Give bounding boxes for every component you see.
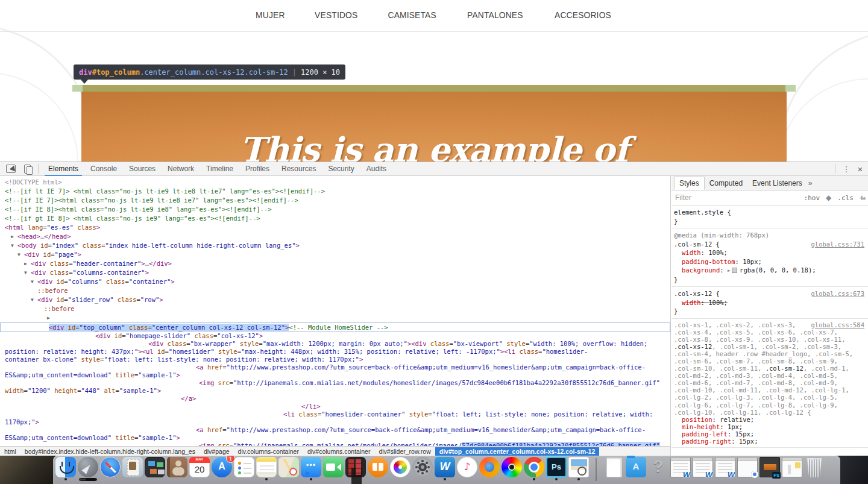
dom-tree-line[interactable]: ES&amp;utm_content=download" title="samp… <box>0 371 671 379</box>
css-property[interactable]: width: 100%; <box>674 298 866 307</box>
dock-firefox-icon[interactable] <box>479 457 500 481</box>
devtools-tab-security[interactable]: Security <box>322 162 360 176</box>
css-property[interactable]: padding-left: 15px; <box>674 430 866 438</box>
dock-maps-icon[interactable] <box>278 457 299 481</box>
breadcrumb-item[interactable]: div#columns.container <box>303 447 374 456</box>
dom-tree-line[interactable]: <html lang="es-es" class> <box>0 223 671 232</box>
devtools-tab-profiles[interactable]: Profiles <box>239 162 275 176</box>
dock-chrome-icon[interactable] <box>524 457 544 481</box>
dock-document-icon[interactable] <box>603 457 624 481</box>
nav-item-pantalones[interactable]: PANTALONES <box>467 10 523 20</box>
dom-tree-line[interactable]: <li class="homeslider-container" style="… <box>0 410 671 418</box>
dom-tree-line[interactable]: ▼<div class="columns-container"> <box>0 268 671 277</box>
dom-tree-line[interactable]: <!--[if IE 8]><html class="no-js lt-ie9 … <box>0 205 671 214</box>
devtools-tab-elements[interactable]: Elements <box>42 162 84 176</box>
dock-chrome-window-icon[interactable] <box>737 457 758 481</box>
color-swatch-icon[interactable] <box>732 268 737 273</box>
devtools-tab-resources[interactable]: Resources <box>275 162 322 176</box>
dom-tree-line[interactable]: width="1200" height="448" alt="sample-1"… <box>0 387 671 395</box>
css-property[interactable]: position: relative; <box>674 416 866 423</box>
dock-mail-icon[interactable] <box>122 457 143 481</box>
dock-app-store-icon[interactable]: A1 <box>212 457 232 481</box>
dom-tree-line[interactable]: ::before <box>0 286 671 295</box>
dock-word-window-icon[interactable]: W <box>693 457 713 481</box>
breadcrumb-item[interactable]: div#top_column.center_column.col-xs-12.c… <box>435 447 600 456</box>
more-tabs-icon[interactable]: » <box>808 179 813 187</box>
css-property[interactable]: min-height: 1px; <box>674 423 866 430</box>
dom-tree-line[interactable]: ▼<div id="columns" class="container"> <box>0 277 671 286</box>
nav-item-vestidos[interactable]: VESTIDOS <box>315 10 357 20</box>
breadcrumb-item[interactable]: div#page <box>200 447 234 456</box>
devtools-tab-timeline[interactable]: Timeline <box>200 162 239 176</box>
breadcrumb-item[interactable]: body#index.index.hide-left-column.hide-r… <box>20 447 200 456</box>
devtools-tab-console[interactable]: Console <box>84 162 123 176</box>
dock-contacts-icon[interactable] <box>167 457 187 481</box>
dock-missing-app-icon[interactable]: ? <box>648 457 668 481</box>
nav-item-accesorios[interactable]: ACCESORIOS <box>555 10 611 20</box>
dock-system-preferences-icon[interactable] <box>412 457 433 481</box>
dock-photos-icon[interactable] <box>390 457 410 481</box>
styles-tab-computed[interactable]: Computed <box>705 177 747 189</box>
dom-tree-line[interactable]: ▶<div class="header-container">…</div> <box>0 259 671 268</box>
pseudo-state-toggle[interactable]: :hov <box>804 194 820 202</box>
dock-word-window-icon[interactable]: W <box>715 457 735 481</box>
css-property[interactable]: background: ▶rgba(0, 0, 0, 0.18); <box>674 266 866 275</box>
css-source-link[interactable]: global.css:731 <box>808 240 864 249</box>
css-rule[interactable]: .col-xs-1, .col-xs-2, .col-xs-3,global.c… <box>671 319 868 448</box>
dom-tree-line[interactable]: <div id="top_column" class="center_colum… <box>0 322 670 332</box>
dom-tree-line[interactable]: ▶<head>…</head> <box>0 232 671 241</box>
dom-tree-line[interactable]: ▼<div id="page"> <box>0 250 671 259</box>
dom-tree-line[interactable]: </li> <box>0 403 671 410</box>
devtools-tab-sources[interactable]: Sources <box>123 162 162 176</box>
dom-tree-line[interactable]: ▼<div id="slider_row" class="row"> <box>0 295 671 304</box>
dock-word-icon[interactable]: W <box>435 457 455 481</box>
dock-mission-control-icon[interactable] <box>145 457 165 481</box>
dom-tree-line[interactable]: <div id="homepage-slider" class="col-xs-… <box>0 332 671 340</box>
css-property[interactable]: padding-bottom: 10px; <box>674 257 866 266</box>
breadcrumb-item[interactable]: div#slider_row.row <box>374 447 435 456</box>
css-property[interactable]: padding-right: 15px; <box>674 438 866 445</box>
css-source-link[interactable]: global.css:584 <box>808 321 864 328</box>
dom-tree-line[interactable]: ::before <box>0 304 671 313</box>
dock-launchpad-icon[interactable] <box>78 457 98 481</box>
dom-tree-line[interactable]: position: relative; height: 437px;"><ul … <box>0 348 671 356</box>
dom-tree-line[interactable]: <a href="http://www.prestashop.com/?utm_… <box>0 363 671 371</box>
dom-tree-line[interactable]: ▼<body id="index" class="index hide-left… <box>0 241 671 250</box>
dom-tree-line[interactable]: </a> <box>0 395 671 403</box>
dock-word-window-icon[interactable]: W <box>670 457 691 481</box>
dock-itunes-icon[interactable]: ♪ <box>457 457 477 481</box>
dock-applications-folder-icon[interactable]: A <box>626 457 646 481</box>
dock-facetime-icon[interactable] <box>323 457 344 481</box>
dock-photo-booth-icon[interactable] <box>345 457 366 481</box>
dom-tree-line[interactable]: <!--[if IE 7]><html class="no-js lt-ie9 … <box>0 196 671 205</box>
expand-value-icon[interactable]: ▶ <box>728 268 730 273</box>
new-style-rule-icon[interactable]: + <box>860 193 864 203</box>
dock-ibooks-icon[interactable] <box>368 457 388 481</box>
dom-tree-line[interactable]: <!--[if lt IE 7]> <html class="no-js lt-… <box>0 187 671 196</box>
dock-safari-icon[interactable] <box>100 457 121 481</box>
dock-notes-window-icon[interactable] <box>782 457 802 481</box>
dock-preview-icon[interactable] <box>568 457 589 481</box>
css-source-link[interactable]: global.css:673 <box>808 289 864 298</box>
dock-trash-icon[interactable] <box>804 457 825 481</box>
nav-item-camisetas[interactable]: CAMISETAS <box>388 10 436 20</box>
dom-tree-line[interactable]: <img src="http://ipanemals.com.mialias.n… <box>0 379 671 387</box>
dock-calendar-icon[interactable]: MAY20 <box>189 457 210 481</box>
dock-photoshop-window-icon[interactable]: Ps <box>760 457 780 481</box>
dock-color-wheel-icon[interactable] <box>502 457 522 481</box>
dom-tree-line[interactable]: ▶ <box>0 313 671 322</box>
dom-tree-line[interactable]: <!DOCTYPE html> <box>0 178 671 187</box>
breadcrumb-item[interactable]: div.columns-container <box>234 447 303 456</box>
dock-reminders-icon[interactable] <box>234 457 254 481</box>
overflow-menu-icon[interactable]: ⋮ <box>840 165 852 174</box>
class-toggle[interactable]: .cls <box>837 194 854 202</box>
css-rule[interactable]: element.style {} <box>671 206 868 228</box>
inspect-element-icon[interactable] <box>6 165 16 173</box>
dom-tree-line[interactable]: <!--[if gt IE 8]> <html class="no-js ie9… <box>0 214 671 223</box>
styles-tab-styles[interactable]: Styles <box>674 177 705 190</box>
dom-tree-line[interactable]: container bx-clone" style="float: left; … <box>0 356 671 363</box>
styles-tab-event-listeners[interactable]: Event Listeners <box>747 177 807 189</box>
dock-messages-icon[interactable]: ••• <box>301 457 321 481</box>
css-rule[interactable]: .col-xs-12 {global.css:673width: 100%;} <box>671 287 868 319</box>
dom-tree-line[interactable]: <a href="http://www.prestashop.com/?utm_… <box>0 426 671 434</box>
